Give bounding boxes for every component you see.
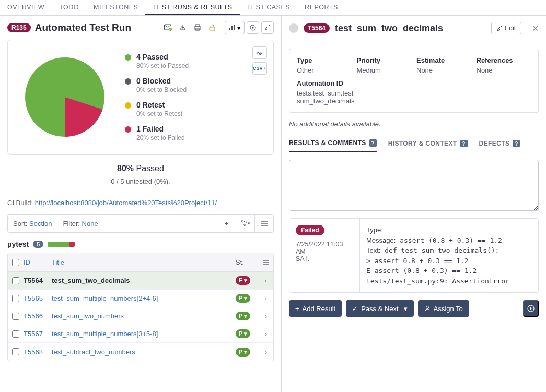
play-icon[interactable] bbox=[247, 21, 259, 34]
row-expand-icon[interactable]: › bbox=[259, 312, 273, 320]
table-row[interactable]: T5565 test_sum_multiple_numbers[2+4-6] P… bbox=[8, 290, 273, 307]
action-bar: +Add Result ✓Pass & Next▾ Assign To bbox=[289, 300, 539, 317]
chart-data-item: 1 Failed20% set to Failed bbox=[125, 125, 189, 141]
comment-textarea[interactable] bbox=[289, 160, 539, 211]
ci-build-link[interactable]: http://localhost:8080/job/Automated%20Te… bbox=[35, 199, 217, 207]
play-button[interactable] bbox=[523, 300, 539, 317]
row-title[interactable]: test_subtract_two_numbers bbox=[52, 348, 236, 356]
detail-title: test_sum_two_decimals bbox=[335, 23, 443, 34]
row-id[interactable]: T5565 bbox=[24, 294, 52, 302]
section-count: 5 bbox=[33, 241, 43, 248]
help-icon[interactable]: ? bbox=[460, 140, 468, 147]
col-header-status[interactable]: St. bbox=[236, 258, 259, 266]
row-checkbox[interactable] bbox=[12, 348, 19, 355]
status-pill[interactable]: F ▾ bbox=[236, 276, 250, 285]
close-icon[interactable]: ✕ bbox=[532, 23, 539, 33]
row-title[interactable]: test_sum_two_numbers bbox=[52, 312, 236, 320]
row-expand-icon[interactable]: ‹ bbox=[259, 277, 273, 284]
chart-data-item: 0 Blocked0% set to Blocked bbox=[125, 77, 189, 93]
table-row[interactable]: T5568 test_subtract_two_numbers P ▾ › bbox=[8, 343, 273, 361]
row-expand-icon[interactable]: › bbox=[259, 294, 273, 302]
row-id[interactable]: T5567 bbox=[24, 330, 52, 338]
result-author: SA I. bbox=[296, 255, 353, 263]
filter-funnel-button[interactable]: ▾ bbox=[236, 214, 254, 233]
edit-button[interactable]: Edit bbox=[491, 22, 521, 34]
select-all-checkbox[interactable] bbox=[12, 259, 19, 266]
edit-icon[interactable] bbox=[261, 21, 274, 34]
list-view-button[interactable] bbox=[254, 214, 273, 233]
assign-to-button[interactable]: Assign To bbox=[418, 300, 469, 317]
status-badge: Failed bbox=[296, 225, 324, 235]
sort-link[interactable]: Section bbox=[29, 220, 52, 228]
table-row[interactable]: T5564 test_sum_two_decimals F ▾ ‹ bbox=[8, 272, 273, 290]
table-row[interactable]: T5567 test_sum_multiple_numbers[3+5-8] P… bbox=[8, 325, 273, 343]
section-name[interactable]: pytest bbox=[7, 240, 29, 248]
status-pill[interactable]: P ▾ bbox=[236, 329, 250, 338]
chart-data-series: 4 Passed80% set to Passed0 Blocked0% set… bbox=[125, 53, 189, 141]
row-id[interactable]: T5568 bbox=[24, 348, 52, 356]
col-menu-button[interactable] bbox=[259, 259, 273, 266]
export-csv-button[interactable]: CSV bbox=[252, 62, 267, 75]
nav-test-cases[interactable]: TEST CASES bbox=[240, 0, 298, 15]
row-checkbox[interactable] bbox=[12, 330, 19, 338]
chart-dropdown[interactable]: ▾ bbox=[225, 21, 245, 34]
result-card: Failed 7/25/2022 11:03 AM SA I. Type: Me… bbox=[289, 218, 539, 293]
row-expand-icon[interactable]: › bbox=[259, 330, 273, 338]
row-checkbox[interactable] bbox=[12, 277, 19, 284]
row-title[interactable]: test_sum_multiple_numbers[3+5-8] bbox=[52, 330, 236, 338]
row-checkbox[interactable] bbox=[12, 313, 19, 320]
help-icon[interactable]: ? bbox=[369, 139, 377, 147]
nav-test-runs[interactable]: TEST RUNS & RESULTS bbox=[145, 0, 239, 15]
test-table: ID Title St. T5564 test_sum_two_decimals… bbox=[7, 253, 274, 361]
detail-box: TypeOther PriorityMedium EstimateNone Re… bbox=[289, 49, 539, 113]
add-result-button[interactable]: +Add Result bbox=[289, 300, 342, 317]
export-image-button[interactable] bbox=[252, 46, 267, 59]
col-header-id[interactable]: ID bbox=[24, 258, 52, 266]
row-id[interactable]: T5566 bbox=[24, 312, 52, 320]
svg-rect-16 bbox=[263, 264, 269, 265]
row-id[interactable]: T5564 bbox=[24, 277, 52, 284]
run-title: Automated Test Run bbox=[35, 22, 131, 33]
lock-icon[interactable] bbox=[206, 21, 218, 34]
tab-defects[interactable]: DEFECTS? bbox=[479, 135, 520, 152]
print-icon[interactable] bbox=[191, 21, 204, 34]
table-row[interactable]: T5566 test_sum_two_numbers P ▾ › bbox=[8, 307, 273, 325]
svg-rect-8 bbox=[234, 25, 235, 30]
nav-todo[interactable]: TODO bbox=[52, 0, 86, 15]
nav-milestones[interactable]: MILESTONES bbox=[86, 0, 145, 15]
row-title[interactable]: test_sum_two_decimals bbox=[52, 277, 236, 284]
tab-history[interactable]: HISTORY & CONTEXT? bbox=[388, 135, 468, 152]
svg-rect-11 bbox=[261, 221, 268, 222]
detail-badge: T5564 bbox=[304, 23, 330, 33]
export-icon[interactable] bbox=[177, 21, 189, 34]
filter-link[interactable]: None bbox=[82, 220, 98, 228]
help-icon[interactable]: ? bbox=[513, 140, 520, 147]
mail-icon[interactable] bbox=[162, 21, 175, 34]
mini-progress-bar bbox=[48, 242, 75, 247]
nav-reports[interactable]: REPORTS bbox=[297, 0, 345, 15]
tab-results[interactable]: RESULTS & COMMENTS? bbox=[289, 135, 377, 152]
top-nav: OVERVIEW TODO MILESTONES TEST RUNS & RES… bbox=[0, 0, 546, 16]
status-pill[interactable]: P ▾ bbox=[236, 348, 250, 357]
pass-next-button[interactable]: ✓Pass & Next▾ bbox=[346, 300, 414, 317]
svg-rect-14 bbox=[263, 260, 269, 261]
no-details-text: No additional details available. bbox=[289, 120, 539, 128]
nav-overview[interactable]: OVERVIEW bbox=[0, 0, 52, 15]
detail-header: T5564 test_sum_two_decimals Edit ✕ bbox=[282, 16, 546, 41]
col-header-title[interactable]: Title bbox=[52, 258, 236, 266]
add-filter-button[interactable]: + bbox=[217, 214, 236, 233]
row-expand-icon[interactable]: › bbox=[259, 348, 273, 356]
row-title[interactable]: test_sum_multiple_numbers[2+4-6] bbox=[52, 294, 236, 302]
row-checkbox[interactable] bbox=[12, 295, 19, 302]
run-badge: R135 bbox=[7, 23, 31, 32]
run-header: R135 Automated Test Run ▾ bbox=[0, 16, 281, 40]
status-pill[interactable]: P ▾ bbox=[236, 312, 250, 320]
svg-rect-15 bbox=[263, 262, 269, 263]
status-pill[interactable]: P ▾ bbox=[236, 294, 250, 303]
chart-data-item: 0 Retest0% set to Retest bbox=[125, 101, 189, 117]
chevron-down-icon: ▾ bbox=[237, 24, 241, 32]
svg-rect-6 bbox=[229, 28, 230, 30]
chart-data-item: 4 Passed80% set to Passed bbox=[125, 53, 189, 69]
svg-rect-2 bbox=[195, 25, 200, 27]
inner-tabs: RESULTS & COMMENTS? HISTORY & CONTEXT? D… bbox=[289, 135, 539, 152]
